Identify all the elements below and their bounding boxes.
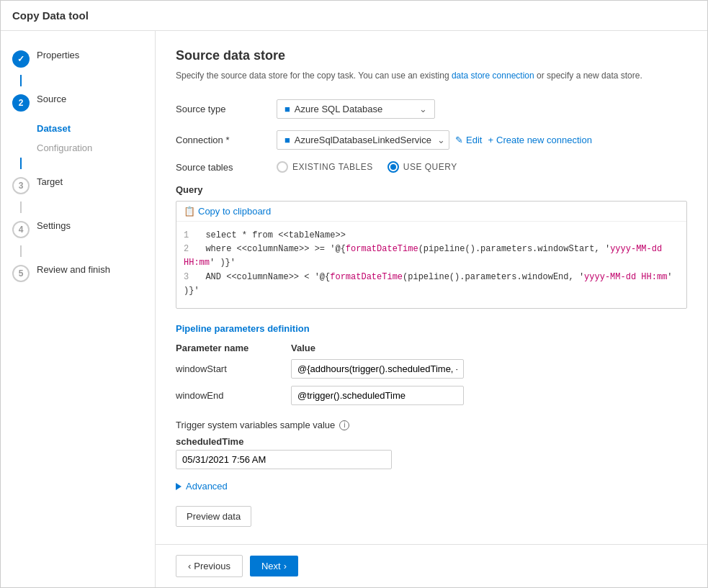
pipeline-params-title: Pipeline parameters definition: [176, 323, 687, 334]
connection-chevron-icon: ⌄: [437, 135, 445, 145]
sidebar-label-source: Source: [37, 94, 66, 104]
connector-4: [20, 245, 22, 257]
next-button[interactable]: Next ›: [250, 556, 298, 576]
connector-3: [20, 202, 22, 213]
query-content[interactable]: 1 select * from <<tableName>> 2 where <<…: [176, 222, 686, 308]
source-type-label: Source type: [176, 104, 277, 114]
query-line-3: 3 AND <<columnName>> < '@{formatDateTime…: [184, 271, 679, 298]
app-container: Copy Data tool ✓ Properties 2 Source Dat…: [1, 1, 707, 587]
pencil-icon: ✎: [455, 135, 463, 145]
param-name-windowstart: windowStart: [176, 363, 291, 374]
source-tables-label: Source tables: [176, 162, 277, 173]
plus-icon: +: [488, 135, 493, 145]
source-tables-row: Source tables EXISTING TABLES: [176, 161, 687, 173]
source-type-control: ■ Azure SQL Database ⌄: [277, 99, 687, 119]
line3-pre: AND <<columnName>> < '@{: [205, 272, 330, 282]
footer: ‹ Previous Next ›: [156, 544, 707, 587]
step-indicator-properties: ✓: [12, 50, 30, 68]
info-icon[interactable]: i: [339, 420, 349, 430]
next-label: Next: [261, 561, 281, 571]
previous-button[interactable]: ‹ Previous: [176, 555, 243, 577]
trigger-label: Trigger system variables sample value i: [176, 420, 687, 430]
title-bar: Copy Data tool: [1, 1, 707, 31]
triangle-icon: [176, 483, 182, 490]
source-type-row: Source type ■ Azure SQL Database ⌄: [176, 99, 687, 119]
param-name-header: Parameter name: [176, 343, 291, 353]
copy-icon: 📋: [184, 206, 195, 217]
copy-label: Copy to clipboard: [198, 206, 271, 217]
query-line-2: 2 where <<columnName>> >= '@{formatDateT…: [184, 243, 679, 270]
radio-query-circle: [387, 161, 399, 173]
radio-existing-circle: [277, 161, 288, 173]
sidebar-item-review[interactable]: 5 Review and finish: [1, 257, 155, 289]
param-value-windowend[interactable]: [291, 386, 464, 405]
step-indicator-source: 2: [12, 94, 30, 112]
line2-pre: where <<columnName>> >= '@{: [205, 244, 345, 254]
advanced-section: Advanced: [176, 481, 687, 492]
sidebar-item-settings[interactable]: 4 Settings: [1, 213, 155, 245]
param-value-windowstart[interactable]: [291, 359, 464, 379]
chevron-down-icon: ⌄: [419, 104, 427, 114]
connection-control: ■ AzureSqlDatabaseLinkedService ⌄ ✎ Edit…: [277, 130, 687, 150]
query-section: Query 📋 Copy to clipboard 1 select * fro: [176, 184, 687, 309]
query-toolbar: 📋 Copy to clipboard: [176, 202, 686, 222]
connection-label: Connection *: [176, 135, 277, 145]
sidebar-item-properties[interactable]: ✓ Properties: [1, 42, 155, 75]
previous-label: Previous: [194, 561, 230, 571]
line-num-3: 3: [184, 272, 189, 282]
dataset-label: Dataset: [37, 123, 71, 134]
advanced-toggle[interactable]: Advanced: [176, 481, 687, 492]
configuration-label: Configuration: [37, 143, 92, 153]
page-title: Source data store: [176, 48, 687, 63]
radio-existing-tables[interactable]: EXISTING TABLES: [277, 161, 373, 173]
param-name-windowend: windowEnd: [176, 390, 291, 401]
trigger-section: Trigger system variables sample value i …: [176, 420, 687, 469]
preview-data-button[interactable]: Preview data: [176, 506, 251, 527]
sidebar: ✓ Properties 2 Source Dataset Configurat…: [1, 31, 156, 587]
azure-sql-icon: ■: [284, 104, 290, 114]
step-indicator-review: 5: [12, 265, 30, 282]
source-type-select[interactable]: ■ Azure SQL Database ⌄: [277, 99, 435, 119]
create-connection-button[interactable]: + Create new connection: [488, 135, 592, 145]
query-box: 📋 Copy to clipboard 1 select * from <<ta…: [176, 201, 687, 309]
sidebar-label-review: Review and finish: [37, 264, 110, 275]
param-value-header: Value: [291, 343, 315, 353]
scheduled-time-label: scheduledTime: [176, 436, 687, 447]
copy-to-clipboard-button[interactable]: 📋 Copy to clipboard: [184, 206, 271, 217]
line-num-2: 2: [184, 244, 189, 254]
app-title: Copy Data tool: [12, 9, 89, 22]
sidebar-item-configuration[interactable]: Configuration: [1, 138, 155, 158]
data-store-link[interactable]: data store connection: [452, 71, 534, 81]
step-indicator-target: 3: [12, 177, 30, 194]
trigger-label-text: Trigger system variables sample value: [176, 420, 335, 430]
main-layout: ✓ Properties 2 Source Dataset Configurat…: [1, 31, 707, 587]
query-line-1: 1 select * from <<tableName>>: [184, 229, 679, 243]
connection-select[interactable]: ■ AzureSqlDatabaseLinkedService ⌄: [277, 130, 449, 150]
edit-button[interactable]: ✎ Edit: [455, 135, 482, 145]
connector-2: [20, 158, 22, 169]
db-icon: ■: [284, 135, 290, 145]
radio-query-label: USE QUERY: [403, 162, 457, 172]
sidebar-item-dataset[interactable]: Dataset: [1, 119, 155, 138]
line3-func: formatDateTime: [330, 272, 403, 282]
chevron-right-icon: ›: [284, 561, 287, 571]
sidebar-item-source[interactable]: 2 Source: [1, 86, 155, 119]
param-row-windowend: windowEnd: [176, 386, 687, 405]
line-num-1: 1: [184, 230, 189, 240]
line2-func: formatDateTime: [346, 244, 418, 254]
radio-use-query[interactable]: USE QUERY: [387, 161, 457, 173]
edit-label: Edit: [466, 135, 482, 145]
pipeline-params-section: Pipeline parameters definition Parameter…: [176, 323, 687, 405]
content-area: Source data store Specify the source dat…: [156, 31, 707, 544]
sidebar-label-target: Target: [37, 176, 63, 187]
step-indicator-settings: 4: [12, 221, 30, 238]
line2-end: ' )}': [210, 258, 236, 268]
scheduled-time-input[interactable]: [176, 450, 392, 469]
connector-1: [20, 75, 22, 86]
create-label: Create new connection: [496, 135, 592, 145]
radio-existing-label: EXISTING TABLES: [292, 162, 373, 172]
sidebar-label-properties: Properties: [37, 50, 79, 60]
sidebar-item-target[interactable]: 3 Target: [1, 169, 155, 202]
source-tables-radio-group: EXISTING TABLES USE QUERY: [277, 161, 687, 173]
page-description: Specify the source data store for the co…: [176, 69, 687, 82]
